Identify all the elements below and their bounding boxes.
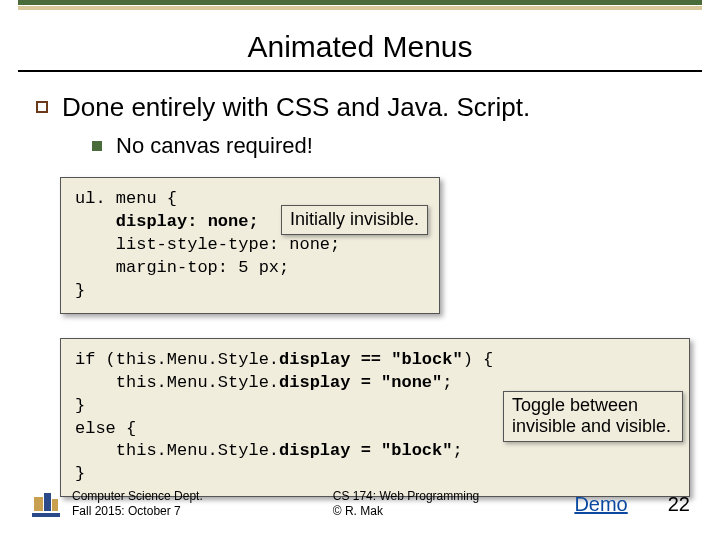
code-line: list-style-type: none; bbox=[75, 234, 425, 257]
demo-link[interactable]: Demo bbox=[574, 493, 627, 516]
footer-dept-block: Computer Science Dept. Fall 2015: Octobe… bbox=[72, 489, 203, 520]
footer-author: © R. Mak bbox=[333, 504, 480, 520]
svg-rect-1 bbox=[44, 493, 51, 511]
square-open-icon bbox=[36, 101, 48, 113]
sub-bullet-text: No canvas required! bbox=[116, 133, 313, 159]
footer: Computer Science Dept. Fall 2015: Octobe… bbox=[0, 489, 720, 520]
square-filled-icon bbox=[92, 141, 102, 151]
code-block-js: if (this.Menu.Style.display == "block") … bbox=[60, 338, 690, 498]
svg-rect-2 bbox=[52, 499, 58, 511]
code-line: margin-top: 5 px; bbox=[75, 257, 425, 280]
sjsu-logo-icon bbox=[30, 489, 62, 519]
bullet-level2: No canvas required! bbox=[92, 133, 684, 159]
slide-content: Done entirely with CSS and Java. Script.… bbox=[0, 72, 720, 497]
code-line: this.Menu.Style.display = "block"; bbox=[75, 440, 675, 463]
footer-course-block: CS 174: Web Programming © R. Mak bbox=[333, 489, 480, 520]
top-accent-stripes bbox=[0, 0, 720, 12]
code-block-css: ul. menu { display: none; list-style-typ… bbox=[60, 177, 440, 314]
svg-rect-3 bbox=[32, 513, 60, 517]
code-line: } bbox=[75, 280, 425, 303]
code-line: if (this.Menu.Style.display == "block") … bbox=[75, 349, 675, 372]
bullet-text: Done entirely with CSS and Java. Script. bbox=[62, 92, 530, 123]
code-line: } bbox=[75, 463, 675, 486]
svg-rect-0 bbox=[34, 497, 43, 511]
page-number: 22 bbox=[668, 493, 690, 516]
footer-term: Fall 2015: October 7 bbox=[72, 504, 203, 520]
footer-course: CS 174: Web Programming bbox=[333, 489, 480, 505]
slide-title: Animated Menus bbox=[0, 30, 720, 64]
footer-dept: Computer Science Dept. bbox=[72, 489, 203, 505]
callout-toggle: Toggle between invisible and visible. bbox=[503, 391, 683, 442]
callout-initially-invisible: Initially invisible. bbox=[281, 205, 428, 235]
bullet-level1: Done entirely with CSS and Java. Script. bbox=[36, 92, 684, 123]
